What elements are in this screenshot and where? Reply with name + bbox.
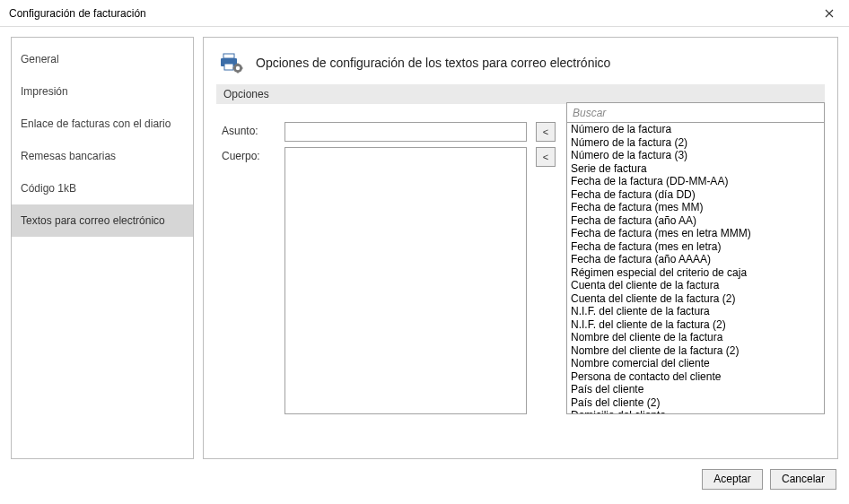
field-list-item[interactable]: Cuenta del cliente de la factura (2)	[567, 292, 824, 306]
field-list-item[interactable]: Fecha de factura (año AA)	[567, 214, 824, 228]
field-search-input[interactable]	[566, 102, 825, 122]
field-listbox[interactable]: Número de la facturaNúmero de la factura…	[566, 122, 825, 414]
chevron-left-icon: <	[543, 152, 548, 162]
field-list-item[interactable]: N.I.F. del cliente de la factura (2)	[567, 318, 824, 332]
field-list-item[interactable]: Número de la factura (3)	[567, 149, 824, 162]
panel-heading: Opciones de configuración de los textos …	[256, 56, 610, 70]
field-list-item[interactable]: Número de la factura (2)	[567, 136, 824, 150]
svg-rect-2	[224, 64, 233, 70]
svg-rect-7	[233, 67, 235, 69]
sidebar-nav: General Impresión Enlace de facturas con…	[11, 37, 194, 459]
sidebar-item-enlace[interactable]: Enlace de facturas con el diario	[12, 108, 193, 140]
sidebar-item-codigo1kb[interactable]: Código 1kB	[12, 172, 193, 204]
subject-input[interactable]	[284, 122, 527, 142]
field-list-item[interactable]: N.I.F. del cliente de la factura	[567, 305, 824, 318]
subject-label: Asunto:	[222, 122, 276, 137]
sidebar-item-general[interactable]: General	[12, 43, 193, 75]
printer-settings-icon	[220, 52, 243, 74]
sidebar-item-label: Código 1kB	[21, 182, 76, 195]
field-list-item[interactable]: Fecha de factura (día DD)	[567, 188, 824, 202]
chevron-left-icon: <	[543, 126, 548, 137]
field-list-item[interactable]: Serie de factura	[567, 162, 824, 176]
sidebar-item-label: Remesas bancarias	[21, 150, 116, 162]
field-list-item[interactable]: Cuenta del cliente de la factura	[567, 279, 824, 292]
svg-rect-5	[237, 64, 239, 65]
field-list-item[interactable]: Fecha de factura (año AAAA)	[567, 253, 824, 266]
field-list-item[interactable]: Fecha de la factura (DD-MM-AA)	[567, 175, 824, 188]
sidebar-item-label: Enlace de facturas con el diario	[21, 117, 171, 130]
field-list-item[interactable]: País del cliente	[567, 383, 824, 396]
field-list-item[interactable]: Fecha de factura (mes en letra MMM)	[567, 227, 824, 240]
field-list-item[interactable]: Fecha de factura (mes en letra)	[567, 240, 824, 254]
section-header-opciones: Opciones	[216, 84, 825, 104]
field-list-item[interactable]: Nombre del cliente de la factura (2)	[567, 344, 824, 358]
svg-point-4	[236, 66, 240, 70]
cancel-button[interactable]: Cancelar	[770, 469, 836, 490]
insert-into-body-button[interactable]: <	[536, 147, 556, 167]
form-grid: Asunto: < Número de la facturaNúmero de …	[216, 122, 825, 414]
field-list-item[interactable]: Régimen especial del criterio de caja	[567, 266, 824, 280]
sidebar-item-label: Textos para correo electrónico	[21, 214, 165, 227]
field-list-item[interactable]: Domicilio del cliente	[567, 409, 824, 414]
svg-rect-8	[241, 67, 243, 69]
sidebar-item-impresion[interactable]: Impresión	[12, 75, 193, 108]
insert-into-subject-button[interactable]: <	[536, 122, 556, 142]
field-list-item[interactable]: Nombre del cliente de la factura	[567, 331, 824, 344]
field-picker: Número de la facturaNúmero de la factura…	[566, 102, 825, 414]
field-list-item[interactable]: Persona de contacto del cliente	[567, 370, 824, 384]
sidebar-item-label: General	[21, 53, 59, 65]
dialog-content: General Impresión Enlace de facturas con…	[0, 27, 849, 466]
sidebar-item-label: Impresión	[21, 85, 68, 98]
field-list-item[interactable]: Nombre comercial del cliente	[567, 357, 824, 370]
dialog-footer: Aceptar Cancelar	[0, 466, 849, 497]
titlebar: Configuración de facturación	[0, 0, 849, 27]
accept-button[interactable]: Aceptar	[702, 469, 763, 490]
main-panel: Opciones de configuración de los textos …	[203, 37, 838, 459]
sidebar-item-remesas[interactable]: Remesas bancarias	[12, 140, 193, 172]
panel-header: Opciones de configuración de los textos …	[216, 47, 825, 84]
field-list-item[interactable]: País del cliente (2)	[567, 396, 824, 410]
body-label: Cuerpo:	[222, 147, 276, 162]
close-icon	[825, 6, 834, 21]
close-button[interactable]	[810, 0, 849, 27]
window-title: Configuración de facturación	[9, 7, 810, 20]
svg-rect-0	[223, 54, 234, 58]
sidebar-item-textos-correo[interactable]: Textos para correo electrónico	[12, 204, 193, 237]
field-list-item[interactable]: Número de la factura	[567, 123, 824, 136]
field-list-item[interactable]: Fecha de factura (mes MM)	[567, 201, 824, 214]
body-textarea[interactable]	[285, 148, 526, 413]
svg-rect-6	[237, 72, 239, 74]
